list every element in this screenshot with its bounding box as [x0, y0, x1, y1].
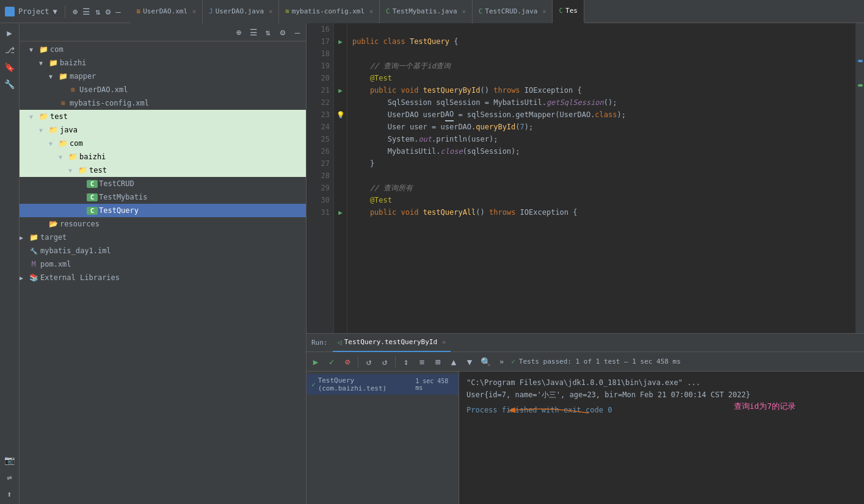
config-icon: ≋: [285, 7, 289, 15]
tree-item-iml[interactable]: 🔧 mybatis_day1.iml: [20, 244, 306, 257]
annotation-label: 查询id为7的记录: [734, 401, 796, 412]
close-run-tab-icon[interactable]: ✕: [442, 339, 446, 345]
iml-file-icon: 🔧: [28, 248, 39, 254]
minimize-icon[interactable]: —: [115, 7, 120, 16]
close-sidebar-icon[interactable]: —: [291, 26, 303, 38]
rerun-all-button[interactable]: ↺: [378, 355, 391, 369]
dropdown-arrow-icon[interactable]: ▼: [53, 7, 57, 16]
tab-close-icon[interactable]: ✕: [269, 8, 272, 15]
search-run-button[interactable]: 🔍: [479, 355, 492, 369]
run-gutter-icon[interactable]: ▶: [338, 209, 343, 217]
tree-item-userdao-xml[interactable]: ≋ UserDAO.xml: [20, 83, 306, 96]
run-gutter-icon[interactable]: ▶: [338, 38, 343, 46]
gutter-run-31[interactable]: ▶: [334, 206, 347, 218]
run-tab-label: TestQuery.testQueryById: [344, 338, 437, 346]
tree-item-test2[interactable]: ▼ 📁 test: [20, 164, 306, 177]
tree-item-test[interactable]: ▼ 📁 test: [20, 110, 306, 123]
folder-icon: 📁: [38, 45, 49, 54]
collapse-icon[interactable]: ☰: [247, 26, 260, 38]
gutter-run-21[interactable]: ▶: [334, 84, 347, 96]
code-editor[interactable]: public class TestQuery { // 查询一个基于id查询 @…: [347, 23, 855, 333]
tree-item-target[interactable]: ▶ 📁 target: [20, 231, 306, 244]
tree-item-external-libraries[interactable]: ▶ 📚 External Libraries: [20, 271, 306, 284]
split-icon[interactable]: ⇅: [95, 7, 100, 16]
tree-label: target: [39, 233, 67, 242]
merge-icon[interactable]: ⇌: [2, 470, 17, 484]
tab-testquery[interactable]: C Tes: [553, 0, 584, 23]
tree-item-testmybatis[interactable]: C TestMybatis: [20, 190, 306, 204]
sort-duration-button[interactable]: ≡: [415, 355, 429, 369]
run-icon[interactable]: ▶: [2, 26, 17, 40]
tab-testcrud[interactable]: C TestCRUD.java ✕: [473, 0, 553, 23]
align-icon[interactable]: ☰: [82, 7, 90, 16]
run-output: "C:\Program Files\Java\jdk1.8.0_181\bin\…: [459, 372, 864, 504]
locate-icon[interactable]: ⊕: [233, 26, 245, 38]
toolbar-more-icon[interactable]: »: [499, 358, 504, 366]
tree-item-java[interactable]: ▼ 📁 java: [20, 123, 306, 137]
run-gutter-icon[interactable]: ▶: [338, 87, 343, 95]
line-num: 22: [307, 96, 330, 109]
tree-item-mybatis-config[interactable]: ≋ mybatis-config.xml: [20, 96, 306, 110]
run-tab-testquery[interactable]: ◁ TestQuery.testQueryById ✕: [333, 334, 451, 352]
rerun-failed-button[interactable]: ↺: [362, 355, 376, 369]
tab-userdao-java[interactable]: J UserDAO.java ✕: [203, 0, 279, 23]
wrench-icon[interactable]: 🔧: [2, 77, 17, 92]
run-test-item[interactable]: ✓ TestQuery (com.baizhi.test) 1 sec 458 …: [307, 374, 459, 395]
folder-icon: 📁: [67, 153, 78, 161]
camera-icon[interactable]: 📷: [2, 453, 17, 467]
collapse-arrow-icon: ▼: [39, 60, 48, 67]
push-icon[interactable]: ⬆: [2, 487, 17, 502]
tree-item-resources[interactable]: 📂 resources: [20, 217, 306, 231]
editor-area: 16 17 18 19 20 21 22 23 24 25 26 27 28 2…: [307, 23, 864, 333]
settings-icon[interactable]: ⚙: [277, 26, 289, 38]
java-class-icon: C: [87, 193, 98, 201]
tree-item-mapper[interactable]: ▼ 📁 mapper: [20, 70, 306, 83]
line-num: 23: [307, 109, 330, 121]
down-button[interactable]: ▼: [463, 355, 476, 369]
settings-icon[interactable]: ⚙: [106, 7, 111, 16]
tab-close-icon[interactable]: ✕: [462, 8, 466, 15]
bookmark-icon[interactable]: 🔖: [2, 60, 17, 74]
tree-item-testcrud[interactable]: C TestCRUD: [20, 177, 306, 190]
tree-item-pom[interactable]: M pom.xml: [20, 257, 306, 271]
tree-item-com[interactable]: ▼ 📁 com: [20, 43, 306, 56]
gutter-empty: [334, 121, 347, 133]
run-play-button[interactable]: ▶: [309, 355, 322, 369]
tree-item-baizhi2[interactable]: ▼ 📁 baizhi: [20, 150, 306, 164]
tab-mybatis-config[interactable]: ≋ mybatis-config.xml ✕: [279, 0, 380, 23]
tab-testmybatis[interactable]: C TestMybatis.java ✕: [380, 0, 473, 23]
line-num: 17: [307, 35, 330, 48]
tab-close-icon[interactable]: ✕: [542, 8, 546, 15]
sort-icon[interactable]: ⇅: [262, 26, 274, 38]
tree-label: mybatis-config.xml: [68, 99, 149, 107]
run-stop-button[interactable]: ⊘: [341, 355, 354, 369]
sort-alpha-button[interactable]: ↕: [399, 355, 413, 369]
tab-label: TestCRUD.java: [485, 7, 537, 15]
globe-icon[interactable]: ⊕: [73, 7, 78, 16]
run-main: ✓ TestQuery (com.baizhi.test) 1 sec 458 …: [307, 372, 864, 504]
tree-item-com2[interactable]: ▼ 📁 com: [20, 137, 306, 150]
gutter-run-17[interactable]: ▶: [334, 35, 347, 48]
test-run-icon: ◁: [338, 338, 342, 347]
run-item-duration: 1 sec 458 ms: [415, 378, 454, 391]
tree-label: TestCRUD: [98, 179, 134, 188]
sort-natural-button[interactable]: ⊞: [431, 355, 445, 369]
gutter-bulb-23[interactable]: 💡: [334, 109, 347, 121]
code-line-23: UserDAO userD AO = sqlSession.getMapper(…: [352, 109, 855, 121]
tab-close-icon[interactable]: ✕: [369, 8, 373, 15]
folder-icon: 📁: [77, 166, 88, 175]
tree-item-baizhi[interactable]: ▼ 📁 baizhi: [20, 56, 306, 70]
main-area: ▶ ⎇ 🔖 🔧 📷 ⇌ ⬆ ⊕ ☰ ⇅ ⚙ — ▼ 📁 com: [0, 23, 864, 504]
sidebar-toolbar: ⊕ ☰ ⇅ ⚙ —: [20, 23, 306, 41]
tab-userdao-xml[interactable]: ≋ UserDAO.xml ✕: [131, 0, 203, 23]
folder-icon: 📁: [38, 112, 49, 121]
tree-item-testquery[interactable]: C TestQuery: [20, 204, 306, 217]
git-icon[interactable]: ⎇: [2, 43, 17, 57]
scroll-gutter: [855, 23, 864, 333]
up-button[interactable]: ▲: [447, 355, 460, 369]
java-class-icon: C: [87, 180, 98, 188]
tab-close-icon[interactable]: ✕: [192, 8, 196, 15]
run-check-button[interactable]: ✓: [325, 355, 338, 369]
line-num: 19: [307, 60, 330, 72]
lightbulb-icon[interactable]: 💡: [336, 111, 345, 119]
